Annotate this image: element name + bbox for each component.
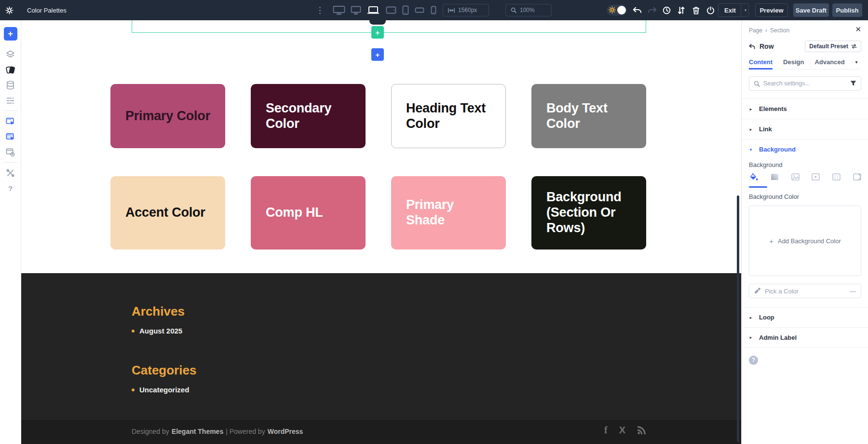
toggle-gear-icon: [609, 6, 616, 14]
accordion-link[interactable]: ▸ Link: [742, 119, 868, 139]
color-card[interactable]: Secondary Color: [251, 84, 366, 148]
database-library-icon[interactable]: [0, 77, 21, 93]
background-mask-icon[interactable]: [853, 173, 861, 180]
search-icon: [754, 81, 760, 87]
archive-link[interactable]: August 2025: [139, 327, 182, 335]
footer-bottom-bar: Designed by Elegant Themes | Powered by …: [21, 420, 741, 444]
accordion-elements[interactable]: ▸ Elements: [742, 98, 868, 119]
background-color-bucket-icon[interactable]: [749, 173, 758, 181]
facebook-icon[interactable]: f: [604, 425, 608, 436]
breadcrumb-page-link[interactable]: Page: [749, 27, 762, 34]
canvas-scrollbar[interactable]: [737, 195, 739, 442]
history-clock-icon[interactable]: [663, 0, 671, 20]
page-settings-gear-icon[interactable]: [5, 0, 14, 20]
divi-builder-window: Color Palettes 1560px: [0, 0, 868, 444]
tabs-dropdown-caret[interactable]: ▾: [855, 59, 858, 65]
exit-button[interactable]: Exit ▾: [718, 3, 749, 17]
color-card[interactable]: Background (Section Or Rows): [531, 176, 646, 250]
social-links: f X: [604, 425, 646, 436]
select-section-cursor-icon[interactable]: [0, 129, 21, 144]
default-preset-button[interactable]: Default Preset: [805, 41, 861, 52]
color-card[interactable]: Primary Shade: [391, 176, 506, 250]
view-desktop-icon[interactable]: [351, 0, 361, 20]
view-tablet-landscape-icon[interactable]: [386, 0, 396, 20]
wordpress-link[interactable]: WordPress: [268, 428, 303, 435]
portability-power-icon[interactable]: [706, 0, 715, 20]
select-module-cursor-icon[interactable]: [0, 113, 21, 129]
panel-title: Row: [760, 42, 774, 50]
canvas-zoom-input[interactable]: 100%: [505, 4, 552, 16]
accordion-caret-icon: ▾: [749, 147, 753, 152]
footer-widget-categories: Categories Uncategorized: [132, 363, 196, 394]
tools-wrench-icon[interactable]: [0, 165, 21, 180]
background-type-tabs: [749, 173, 861, 181]
sort-arrows-icon[interactable]: [678, 0, 685, 20]
view-tablet-portrait-icon[interactable]: [402, 0, 409, 20]
background-pattern-icon[interactable]: [832, 173, 841, 180]
active-breakpoint-notch: [369, 20, 386, 25]
page-title: Color Palettes: [27, 0, 67, 20]
breadcrumb: Page › Section: [749, 27, 861, 34]
accordion-background[interactable]: ▾ Background: [742, 139, 868, 159]
add-row-button[interactable]: +: [371, 26, 384, 39]
add-section-button[interactable]: +: [371, 48, 384, 61]
tab-design[interactable]: Design: [783, 55, 804, 69]
view-laptop-icon-active[interactable]: [367, 0, 380, 20]
accordion-admin-label[interactable]: ▸ Admin Label: [742, 327, 868, 347]
elegant-themes-link[interactable]: Elegant Themes: [172, 428, 223, 435]
close-panel-icon[interactable]: ✕: [855, 25, 861, 34]
tab-content[interactable]: Content: [749, 55, 773, 69]
accordion-caret-icon: ▸: [749, 315, 753, 320]
save-draft-button[interactable]: Save Draft: [793, 3, 829, 17]
preview-button[interactable]: Preview: [755, 3, 788, 17]
color-card[interactable]: Body Text Color: [531, 84, 646, 148]
accordion-loop[interactable]: ▸ Loop: [742, 307, 868, 327]
back-arrow-icon[interactable]: [749, 44, 755, 49]
canvas-width-input[interactable]: 1560px: [443, 4, 489, 16]
view-desktop-large-icon[interactable]: [333, 0, 345, 20]
background-gradient-icon[interactable]: [771, 173, 779, 180]
rss-icon[interactable]: [637, 426, 646, 435]
accordion-caret-icon: ▸: [749, 107, 753, 111]
help-icon[interactable]: ?: [0, 180, 21, 196]
clear-color-dash[interactable]: —: [850, 288, 856, 295]
add-background-color-area[interactable]: + Add Background Color: [749, 206, 861, 276]
category-link[interactable]: Uncategorized: [139, 386, 189, 394]
builder-settings-toggle[interactable]: [607, 5, 627, 15]
toolbar-drag-handle[interactable]: [319, 0, 321, 20]
undo-icon[interactable]: [633, 0, 642, 20]
pick-a-color-input[interactable]: Pick a Color —: [749, 284, 861, 298]
color-palette-icon-active[interactable]: [0, 62, 21, 77]
background-video-icon[interactable]: [812, 173, 820, 180]
widget-title: Categories: [132, 363, 196, 378]
filter-funnel-icon[interactable]: [850, 81, 856, 86]
layers-icon[interactable]: [0, 46, 21, 62]
color-card[interactable]: Comp HL: [251, 176, 366, 250]
x-twitter-icon[interactable]: X: [619, 425, 625, 436]
view-phone-portrait-icon[interactable]: [431, 0, 436, 20]
color-card[interactable]: Accent Color: [110, 176, 225, 250]
color-card[interactable]: Heading Text Color: [391, 84, 506, 148]
search-settings-input[interactable]: [763, 80, 847, 87]
panel-title-row: Row Default Preset: [749, 41, 861, 52]
tab-advanced[interactable]: Advanced: [814, 55, 844, 69]
color-card[interactable]: Primary Color: [110, 84, 225, 148]
redo-icon[interactable]: [648, 0, 657, 20]
publish-button[interactable]: Publish: [832, 3, 862, 17]
hovered-row-outline[interactable]: [132, 20, 646, 33]
list-settings-icon[interactable]: [0, 93, 21, 108]
breadcrumb-separator: ›: [765, 27, 767, 34]
color-card-label: Background (Section Or Rows): [546, 190, 631, 236]
view-phone-landscape-icon[interactable]: [415, 0, 424, 20]
add-module-button[interactable]: +: [4, 27, 17, 41]
exit-dropdown-caret[interactable]: ▾: [741, 4, 750, 16]
panel-help-icon[interactable]: ?: [749, 356, 758, 365]
background-image-icon[interactable]: [791, 173, 800, 180]
breadcrumb-section-link[interactable]: Section: [770, 27, 789, 34]
trash-icon[interactable]: [692, 0, 700, 20]
zoom-magnifier-icon: [511, 7, 516, 13]
accordion-caret-icon: ▸: [749, 127, 753, 132]
color-card-label: Secondary Color: [266, 101, 351, 132]
eyedropper-icon: [754, 288, 761, 294]
page-options-window-icon[interactable]: [0, 144, 21, 160]
